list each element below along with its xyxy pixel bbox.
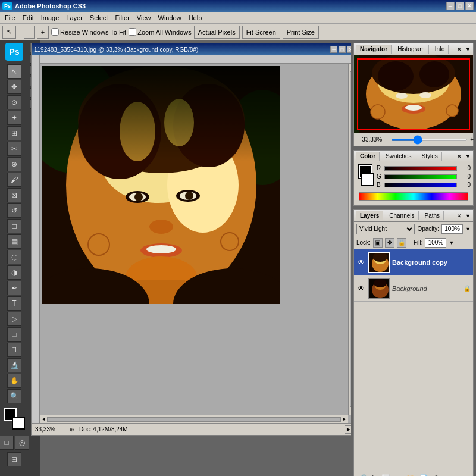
layer-visibility-icon-1[interactable]: 👁 <box>356 258 366 267</box>
color-spectrum-bar[interactable] <box>359 192 468 201</box>
add-mask-button[interactable]: ⬜ <box>380 474 392 477</box>
zoom-slider[interactable] <box>391 139 468 141</box>
zoom-all-input[interactable] <box>129 28 136 36</box>
add-fx-button[interactable]: fx <box>370 474 378 477</box>
doc-minimize-button[interactable]: ─ <box>330 46 337 53</box>
menu-image[interactable]: Image <box>37 13 63 23</box>
new-layer-button[interactable]: 📄 <box>418 474 430 477</box>
shape-tool[interactable]: □ <box>7 327 21 342</box>
color-panel-menu[interactable]: ▼ <box>465 154 471 159</box>
crop-tool[interactable]: ⊞ <box>7 126 21 140</box>
layer-visibility-icon-2[interactable]: 👁 <box>356 284 366 293</box>
stamp-tool[interactable]: ⊠ <box>7 188 21 202</box>
color-background-swatch[interactable] <box>361 173 374 186</box>
zoom-out-button[interactable]: - <box>24 26 35 39</box>
dodge-tool[interactable]: ◑ <box>7 265 21 280</box>
scrollbar-vertical[interactable]: ▲ ▼ <box>348 64 351 415</box>
move-tool[interactable]: ✥ <box>7 80 21 94</box>
canvas-area[interactable]: ▲ ▼ ◄ ► <box>32 55 351 423</box>
heal-tool[interactable]: ⊕ <box>7 157 21 171</box>
close-button[interactable]: ✕ <box>465 2 474 10</box>
blend-mode-select[interactable]: Vivid Light Normal Multiply Screen Overl… <box>356 224 415 234</box>
delete-layer-button[interactable]: 🗑 <box>432 474 441 477</box>
text-tool[interactable]: T <box>7 296 21 311</box>
menu-file[interactable]: File <box>1 13 19 23</box>
tab-color[interactable]: Color <box>356 152 380 161</box>
menu-edit[interactable]: Edit <box>19 13 37 23</box>
path-tool[interactable]: ▷ <box>7 312 21 326</box>
tab-channels[interactable]: Channels <box>386 211 418 220</box>
lock-position-icon[interactable]: ✥ <box>385 238 394 248</box>
background-color[interactable] <box>12 416 25 430</box>
menu-filter[interactable]: Filter <box>111 13 133 23</box>
notes-tool[interactable]: 🗒 <box>7 343 21 357</box>
doc-maximize-button[interactable]: □ <box>339 46 346 53</box>
scrollbar-horizontal[interactable]: ◄ ► <box>40 415 348 423</box>
blue-slider-track[interactable] <box>384 183 457 187</box>
menu-view[interactable]: View <box>133 13 155 23</box>
menu-help[interactable]: Help <box>185 13 206 23</box>
scroll-thumb[interactable] <box>350 71 352 407</box>
actual-pixels-button[interactable]: Actual Pixels <box>194 26 240 39</box>
scroll-up-arrow[interactable]: ▲ <box>350 65 351 70</box>
tab-histogram[interactable]: Histogram <box>394 45 429 54</box>
fill-input[interactable] <box>425 238 446 248</box>
print-size-button[interactable]: Print Size <box>283 26 319 39</box>
eyedropper-tool[interactable]: 🔬 <box>7 358 21 372</box>
menu-select[interactable]: Select <box>86 13 112 23</box>
scroll-right-arrow[interactable]: ► <box>342 416 347 422</box>
scroll-hthumb[interactable] <box>47 417 341 422</box>
selection-tool[interactable]: ↖ <box>7 64 21 79</box>
red-slider-track[interactable] <box>384 166 457 171</box>
tab-info[interactable]: Info <box>431 45 449 54</box>
layer-item-background[interactable]: 👁 Background 🔒 <box>354 275 473 302</box>
photo-canvas[interactable] <box>42 66 280 304</box>
lock-pixels-icon[interactable]: ▣ <box>373 238 383 248</box>
pen-tool[interactable]: ✒ <box>7 281 21 295</box>
brush-tool[interactable]: 🖌 <box>7 173 21 187</box>
screen-mode[interactable]: ⊟ <box>7 452 21 466</box>
navigator-panel-close[interactable]: ✕ <box>457 46 462 52</box>
new-adjustment-button[interactable]: ◑ <box>394 474 402 477</box>
scroll-down-arrow[interactable]: ▼ <box>350 408 351 414</box>
layer-item-background-copy[interactable]: 👁 Background copy <box>354 249 473 275</box>
minimize-button[interactable]: ─ <box>446 2 455 10</box>
maximize-button[interactable]: □ <box>456 2 464 10</box>
magic-wand-tool[interactable]: ✦ <box>7 111 21 125</box>
doc-close-button[interactable]: ✕ <box>347 46 351 53</box>
blur-tool[interactable]: ◌ <box>7 250 21 264</box>
opacity-arrow[interactable]: ▼ <box>465 226 471 232</box>
scroll-right-corner[interactable]: ► <box>345 425 351 434</box>
menu-layer[interactable]: Layer <box>62 13 86 23</box>
history-tool[interactable]: ↺ <box>7 203 21 218</box>
slice-tool[interactable]: ✂ <box>7 142 21 156</box>
tool-options-button[interactable]: ↖ <box>2 26 16 39</box>
tab-layers[interactable]: Layers <box>356 211 383 220</box>
green-slider-track[interactable] <box>384 174 457 179</box>
tab-styles[interactable]: Styles <box>418 152 441 161</box>
tab-paths[interactable]: Paths <box>421 211 444 220</box>
resize-windows-input[interactable] <box>51 28 59 36</box>
standard-mode[interactable]: □ <box>0 436 14 450</box>
zoom-tool[interactable]: 🔍 <box>7 389 21 403</box>
add-link-button[interactable]: 🔗 <box>356 474 368 477</box>
layers-panel-menu[interactable]: ▼ <box>465 213 471 219</box>
layers-panel-close[interactable]: ✕ <box>457 213 462 219</box>
navigator-panel-menu[interactable]: ▼ <box>465 46 471 52</box>
lock-all-icon[interactable]: 🔒 <box>397 238 406 248</box>
menu-window[interactable]: Window <box>155 13 185 23</box>
new-folder-button[interactable]: 📁 <box>405 474 416 477</box>
hand-tool[interactable]: ✋ <box>7 374 21 388</box>
fill-arrow[interactable]: ▼ <box>449 240 454 246</box>
opacity-input[interactable] <box>441 224 463 234</box>
tab-swatches[interactable]: Swatches <box>382 152 415 161</box>
eraser-tool[interactable]: ◻ <box>7 219 21 233</box>
lasso-tool[interactable]: ⊙ <box>7 95 21 109</box>
scroll-left-arrow[interactable]: ◄ <box>41 416 46 422</box>
color-panel-close[interactable]: ✕ <box>457 154 462 159</box>
zoom-in-button[interactable]: + <box>37 26 49 39</box>
tab-navigator[interactable]: Navigator <box>356 45 392 54</box>
fit-screen-button[interactable]: Fit Screen <box>242 26 280 39</box>
gradient-tool[interactable]: ▤ <box>7 234 21 249</box>
quick-mask-mode[interactable]: ◎ <box>15 436 29 450</box>
